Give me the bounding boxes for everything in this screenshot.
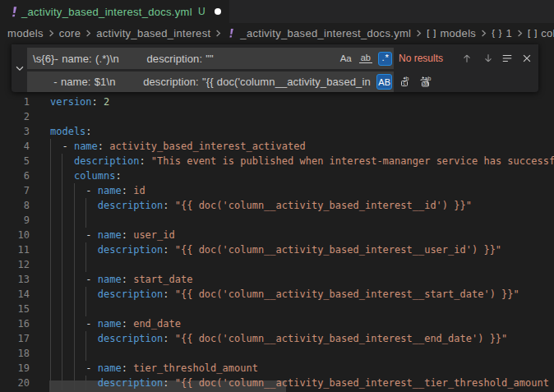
toggle-replace-button[interactable] [12, 44, 27, 92]
breadcrumb-item-_activity_based_interest_docs.yml[interactable]: _activity_based_interest_docs.yml [226, 27, 411, 39]
code-line-3[interactable]: 3models: [0, 124, 554, 139]
breadcrumb-label: col [541, 27, 554, 39]
chevron-right-icon [212, 27, 224, 39]
code-line-7[interactable]: 7 - name: id [0, 183, 554, 198]
code-line-17[interactable]: 17 description: "{{ doc('column__activit… [0, 331, 554, 346]
replace-button[interactable]: b c [399, 75, 413, 88]
code-line-1[interactable]: 1version: 2 [0, 95, 554, 109]
code-line-16[interactable]: 16 - name: end_date [0, 316, 554, 331]
tab-filename: _activity_based_interest_docs.yml [21, 6, 192, 18]
breadcrumb-item-core[interactable]: core [59, 27, 81, 39]
line-content: - name: start_date [50, 272, 192, 287]
line-content: - name: end_date [50, 316, 181, 331]
next-match-button[interactable] [482, 52, 495, 65]
tab-active-file[interactable]: _activity_based_interest_docs.yml U [0, 0, 229, 23]
code-line-15[interactable]: 15 [0, 302, 554, 316]
line-content: description: "{{ doc('column__activity_b… [50, 331, 507, 346]
code-line-9[interactable]: 9 [0, 213, 554, 228]
breadcrumb-label: models [7, 27, 44, 39]
line-number: 5 [0, 154, 30, 168]
breadcrumb-label: core [59, 27, 81, 39]
indent-guide [50, 302, 51, 316]
find-in-selection-button[interactable] [501, 52, 514, 65]
indent-guide [85, 346, 86, 361]
line-number: 2 [0, 109, 30, 124]
breadcrumb-item-1[interactable]: { }1 [492, 27, 512, 39]
breadcrumb-item-col[interactable]: [ ]col [528, 27, 554, 39]
replace-row: - name: $1\n description: "{{ doc('colum… [27, 71, 535, 92]
indent-guide [62, 346, 62, 361]
line-number: 16 [0, 316, 30, 331]
breadcrumb-item-models[interactable]: models [7, 27, 44, 39]
symbol-object-icon: { } [492, 28, 502, 38]
indent-guide [74, 213, 75, 228]
line-number: 15 [0, 302, 30, 316]
find-results-status: No results [399, 48, 443, 69]
line-content: version: 2 [50, 95, 109, 109]
line-content: description: "{{ doc('column__activity_b… [50, 242, 501, 257]
breadcrumb-item-activity_based_interest[interactable]: activity_based_interest [96, 27, 210, 39]
indent-guide [74, 257, 75, 272]
code-line-18[interactable]: 18 [0, 346, 554, 361]
line-number: 10 [0, 228, 30, 242]
line-number: 19 [0, 361, 30, 376]
code-line-11[interactable]: 11 description: "{{ doc('column__activit… [0, 242, 554, 257]
code-line-12[interactable]: 12 [0, 257, 554, 272]
replace-icon: b c [399, 75, 413, 88]
regex-toggle[interactable]: .* [378, 52, 392, 66]
line-content: description: "{{ doc('column__activity_b… [50, 287, 519, 302]
tab-bar: _activity_based_interest_docs.yml U [0, 0, 554, 23]
regex-icon: .* [380, 53, 390, 64]
replace-all-icon-button[interactable]: ab ac [418, 75, 432, 88]
arrow-up-icon [461, 53, 473, 64]
close-find-widget-button[interactable] [520, 52, 533, 65]
code-line-6[interactable]: 6 columns: [0, 168, 554, 183]
code-line-8[interactable]: 8 description: "{{ doc('column__activity… [0, 198, 554, 213]
replace-input-value[interactable]: - name: $1\n description: "{{ doc('colum… [27, 76, 394, 88]
indent-guide [74, 302, 75, 316]
code-line-20[interactable]: 20 description: "{{ doc('column__activit… [0, 376, 554, 390]
chevron-right-icon [45, 27, 58, 39]
code-line-19[interactable]: 19 - name: tier_threshold_amount [0, 361, 554, 376]
symbol-array-icon: [ ] [528, 28, 538, 38]
indent-guide [50, 346, 51, 361]
chevron-right-icon [514, 27, 526, 39]
line-number: 9 [0, 213, 30, 228]
breadcrumb-item-models[interactable]: [ ]models [427, 27, 476, 39]
dirty-indicator-dot[interactable] [215, 8, 221, 15]
git-status-badge: U [198, 6, 205, 17]
yaml-file-icon [226, 28, 237, 39]
code-line-4[interactable]: 4 - name: activity_based_interest_activa… [0, 139, 554, 154]
line-number: 1 [0, 95, 30, 109]
yaml-exclamation-icon [8, 6, 21, 18]
replace-input[interactable]: - name: $1\n description: "{{ doc('colum… [27, 71, 394, 92]
preserve-case-toggle[interactable]: AB [376, 74, 392, 90]
find-input[interactable]: \s{6}- name: (.*)\n description: "" Aa a… [27, 48, 394, 69]
code-line-2[interactable]: 2 [0, 109, 554, 124]
whole-word-toggle[interactable]: ab [358, 52, 374, 66]
indent-guide [85, 213, 86, 228]
code-line-5[interactable]: 5 description: "This event is published … [0, 154, 554, 168]
editor-pane[interactable]: 1version: 223models:4 - name: activity_b… [0, 43, 554, 392]
indent-guide [50, 257, 51, 272]
line-number: 14 [0, 287, 30, 302]
code-line-10[interactable]: 10 - name: user_id [0, 228, 554, 242]
line-number: 13 [0, 272, 30, 287]
line-number: 17 [0, 331, 30, 346]
breadcrumb-label: activity_based_interest [96, 27, 210, 39]
close-icon [521, 53, 533, 64]
chevron-right-icon [478, 27, 490, 39]
find-replace-widget: \s{6}- name: (.*)\n description: "" Aa a… [12, 44, 538, 92]
chevron-down-icon [14, 62, 25, 74]
vscode-window: { "tab": { "file_icon": "yaml-exclamatio… [0, 0, 554, 392]
svg-text:ac: ac [423, 81, 430, 86]
chevron-right-icon [82, 27, 95, 39]
match-case-toggle[interactable]: Aa [339, 52, 353, 66]
previous-match-button[interactable] [460, 52, 473, 65]
code-line-14[interactable]: 14 description: "{{ doc('column__activit… [0, 287, 554, 302]
code-line-13[interactable]: 13 - name: start_date [0, 272, 554, 287]
find-in-selection-icon [501, 53, 513, 64]
line-number: 18 [0, 346, 30, 361]
chevron-right-icon [413, 27, 425, 39]
line-content: description: "This event is published wh… [50, 154, 554, 168]
